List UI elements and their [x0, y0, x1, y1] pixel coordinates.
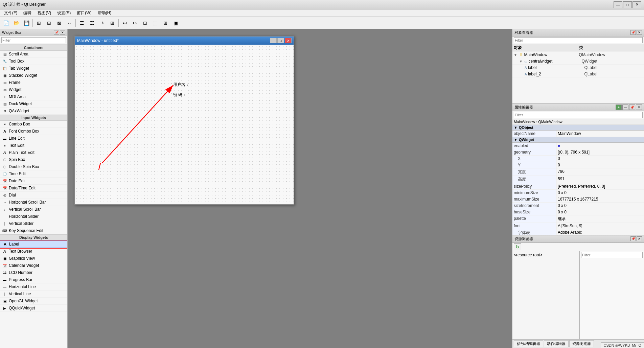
menu-file[interactable]: 文件(F): [1, 9, 20, 17]
pe-row-y[interactable]: Y 0: [512, 162, 644, 168]
pe-row-palette[interactable]: palette 继承: [512, 215, 644, 223]
tb-btn-4[interactable]: ↔: [65, 18, 74, 28]
widget-item-font-combo-box[interactable]: A Font Combo Box: [0, 128, 67, 135]
widget-box-close[interactable]: ✕: [60, 30, 65, 35]
widget-item-time-edit[interactable]: 🕐 Time Edit: [0, 170, 67, 178]
widget-item-text-browser[interactable]: A Text Browser: [0, 248, 67, 255]
widget-box-pin[interactable]: 📌: [54, 30, 59, 35]
widget-item-datetime-edit[interactable]: 📅 Date/Time Edit: [0, 185, 67, 192]
tb-btn-1[interactable]: ⊞: [34, 18, 44, 28]
pe-row-geometry[interactable]: geometry [(0, 0), 796 x 591]: [512, 149, 644, 156]
widget-item-qaxwidget[interactable]: ⚙ QAxWidget: [0, 108, 67, 115]
tb-btn-11[interactable]: ⊡: [140, 18, 150, 28]
widget-item-tab-widget[interactable]: 📋 Tab Widget: [0, 65, 67, 72]
designer-close[interactable]: ✕: [285, 38, 292, 43]
pe-row-fontface[interactable]: 字体表 Adobe Arabic: [512, 229, 644, 235]
widget-box-search[interactable]: [1, 37, 66, 43]
widget-item-v-line[interactable]: | Vertical Line: [0, 291, 67, 298]
pe-close-button[interactable]: ✕: [636, 105, 642, 110]
tb-btn-12[interactable]: ⬚: [151, 18, 160, 28]
menu-settings[interactable]: 设置(S): [54, 9, 73, 17]
menu-edit[interactable]: 编辑: [21, 9, 34, 17]
tb-btn-6[interactable]: ☷: [87, 18, 97, 28]
pe-row-minsize[interactable]: minimumSize 0 x 0: [512, 190, 644, 196]
oi-pin[interactable]: 📌: [630, 30, 636, 35]
tb-btn-9[interactable]: ↤: [120, 18, 130, 28]
widget-item-key-seq-edit[interactable]: ⌨ Key Sequence Edit: [0, 227, 67, 234]
maximize-button[interactable]: □: [623, 1, 632, 8]
designer-canvas[interactable]: 用户名： 密 码：: [75, 45, 294, 204]
save-button[interactable]: 💾: [22, 18, 31, 28]
pe-row-maxsize[interactable]: maximumSize 16777215 x 16777215: [512, 196, 644, 203]
designer-minimize[interactable]: —: [270, 38, 277, 43]
oi-row-label2[interactable]: A label_2 QLabel: [512, 71, 644, 77]
tb-btn-10[interactable]: ↦: [130, 18, 140, 28]
menu-help[interactable]: 帮助(H): [95, 9, 114, 17]
oi-search-input[interactable]: [514, 37, 643, 43]
widget-item-stacked-widget[interactable]: ▦ Stacked Widget: [0, 72, 67, 79]
oi-row-label[interactable]: A label QLabel: [512, 65, 644, 71]
pe-row-objectname[interactable]: objectName MainWindow: [512, 131, 644, 137]
widget-item-v-scroll-bar[interactable]: ↕ Vertical Scroll Bar: [0, 206, 67, 213]
widget-item-line-edit[interactable]: ▬ Line Edit: [0, 135, 67, 142]
tb-btn-7[interactable]: ⫡: [97, 18, 107, 28]
widget-item-dock-widget[interactable]: ▤ Dock Widget: [0, 100, 67, 108]
menu-window[interactable]: 窗口(W): [74, 9, 94, 17]
widget-item-combo-box[interactable]: ▾ Combo Box: [0, 121, 67, 128]
tb-btn-3[interactable]: ⊠: [54, 18, 64, 28]
oi-close[interactable]: ✕: [637, 30, 642, 35]
widget-item-progress-bar[interactable]: ▬ Progress Bar: [0, 276, 67, 283]
widget-item-spin-box[interactable]: ⬡ Spin Box: [0, 156, 67, 163]
widget-item-label[interactable]: A Label: [0, 240, 67, 248]
designer-maximize[interactable]: □: [277, 38, 284, 43]
widget-item-h-slider[interactable]: — Horizontal Slider: [0, 213, 67, 220]
widget-item-tool-box[interactable]: 🔧 Tool Box: [0, 58, 67, 65]
tb-btn-5[interactable]: ☰: [77, 18, 87, 28]
tb-btn-8[interactable]: ⊞: [108, 18, 117, 28]
widget-item-graphics-view[interactable]: ▣ Graphics View: [0, 255, 67, 262]
widget-item-double-spin-box[interactable]: ⬡ Double Spin Box: [0, 163, 67, 170]
widget-item-h-line[interactable]: — Horizontal Line: [0, 283, 67, 291]
open-button[interactable]: 📂: [12, 18, 21, 28]
pe-minus-button[interactable]: —: [622, 105, 628, 110]
widget-item-opengl-widget[interactable]: ▣ OpenGL Widget: [0, 298, 67, 305]
menu-view[interactable]: 视图(V): [35, 9, 54, 17]
widget-item-dial[interactable]: ◎ Dial: [0, 192, 67, 199]
rb-close[interactable]: ✕: [637, 236, 642, 241]
widget-item-date-edit[interactable]: 📅 Date Edit: [0, 178, 67, 185]
widget-item-frame[interactable]: ▭ Frame: [0, 79, 67, 86]
tab-action-editor[interactable]: 动作编辑器: [544, 340, 569, 347]
pe-row-enabled[interactable]: enabled ●: [512, 143, 644, 149]
tab-resource-browser[interactable]: 资源浏览器: [569, 340, 594, 347]
widget-item-v-slider[interactable]: | Vertical Slider: [0, 220, 67, 227]
widget-item-widget[interactable]: ▭ Widget: [0, 86, 67, 93]
pe-pin-button[interactable]: 📌: [629, 105, 635, 110]
oi-row-centralwidget[interactable]: ▼ ▭ centralwidget QWidget: [512, 58, 644, 65]
tb-btn-2[interactable]: ⊟: [44, 18, 54, 28]
widget-item-calendar-widget[interactable]: 📅 Calendar Widget: [0, 262, 67, 269]
pe-row-width[interactable]: 宽度 796: [512, 168, 644, 176]
rb-filter-input[interactable]: [581, 252, 643, 258]
tb-btn-13[interactable]: ⊞: [161, 18, 170, 28]
widget-item-lcd-number[interactable]: 12 LCD Number: [0, 269, 67, 276]
pe-row-sizeincrement[interactable]: sizeIncrement 0 x 0: [512, 203, 644, 209]
close-button[interactable]: ✕: [632, 1, 641, 8]
pe-row-basesize[interactable]: baseSize 0 x 0: [512, 209, 644, 215]
tab-signal-editor[interactable]: 信号/槽编辑器: [514, 340, 543, 347]
widget-item-plain-text-edit[interactable]: A Plain Text Edit: [0, 149, 67, 156]
new-button[interactable]: 📄: [1, 18, 11, 28]
widget-item-mdi-area[interactable]: ▪ MDI Area: [0, 93, 67, 100]
pe-row-height[interactable]: 高度 591: [512, 176, 644, 183]
pe-row-font[interactable]: font A [SimSun, 9]: [512, 223, 644, 229]
oi-row-mainwindow[interactable]: ▼ 🖥 MainWindow QMainWindow: [512, 52, 644, 58]
widget-item-h-scroll-bar[interactable]: ↔ Horizontal Scroll Bar: [0, 199, 67, 206]
widget-item-qquick-widget[interactable]: ▶ QQuickWidget: [0, 305, 67, 312]
minimize-button[interactable]: —: [614, 1, 622, 8]
pe-row-sizepolicy[interactable]: sizePolicy [Preferred, Preferred, 0, 0]: [512, 183, 644, 190]
tb-btn-14[interactable]: ▣: [171, 18, 180, 28]
widget-item-scroll-area[interactable]: ▤ Scroll Area: [0, 51, 67, 58]
pe-add-button[interactable]: +: [616, 105, 622, 110]
pe-row-x[interactable]: X 0: [512, 156, 644, 162]
pe-search-input[interactable]: [514, 112, 643, 118]
widget-item-text-edit[interactable]: ≡ Text Edit: [0, 142, 67, 149]
